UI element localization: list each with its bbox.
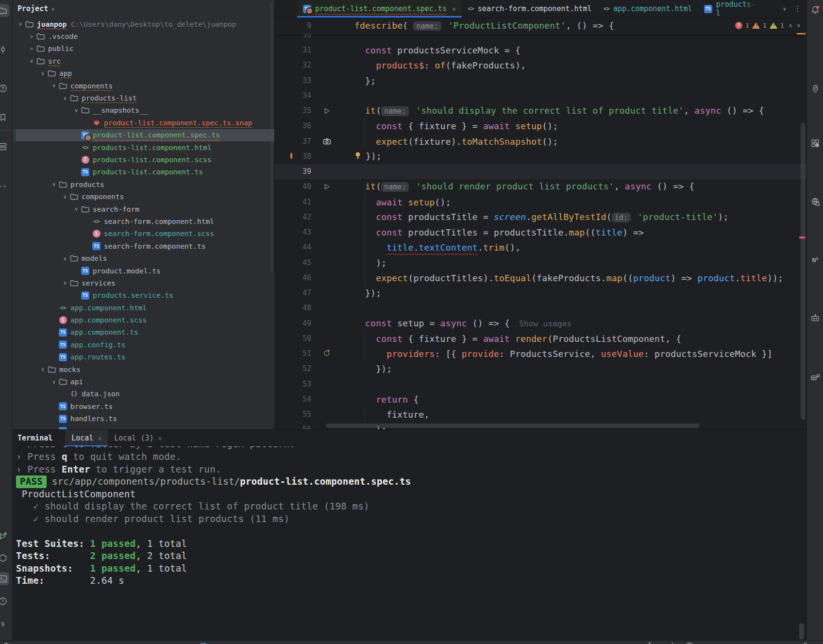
- code-analysis-shield-icon[interactable]: [686, 642, 693, 644]
- tree-folder-juanpop[interactable]: ∨juanpopC:\Users\dany\Desktop\to_delete\…: [12, 18, 274, 30]
- project-panel-header[interactable]: Project ∨: [12, 0, 274, 17]
- line-number[interactable]: 46: [275, 271, 311, 286]
- tree-file-app.routes.ts[interactable]: TSapp.routes.ts: [12, 351, 274, 363]
- line-number[interactable]: 55: [275, 407, 311, 422]
- editor-tab-product-list.component.spec.ts[interactable]: TSproduct-list.component.spec.ts✕: [297, 0, 462, 17]
- tree-file-app.component.scss[interactable]: Sapp.component.scss: [12, 314, 274, 326]
- badge-9-icon[interactable]: 9: [0, 618, 9, 631]
- tree-file-app.config.ts[interactable]: TSapp.config.ts: [12, 339, 274, 351]
- run-test-icon[interactable]: [324, 103, 330, 119]
- line-number[interactable]: 35: [275, 103, 311, 119]
- close-icon[interactable]: ✕: [452, 5, 456, 13]
- chevron-down-icon[interactable]: ∨: [27, 58, 36, 64]
- chevron-down-icon[interactable]: ∨: [50, 83, 58, 89]
- code-area[interactable]: 3031 const productsServiceMock = {32 pro…: [275, 0, 807, 429]
- line-number[interactable]: 41: [275, 195, 311, 210]
- tree-file-products.service.ts[interactable]: TSproducts.service.ts: [12, 289, 274, 302]
- tree-file-product.model.ts[interactable]: TSproduct.model.ts: [12, 265, 274, 277]
- chevron-down-icon[interactable]: ∨: [72, 206, 81, 212]
- editor-tab-app.component.html[interactable]: <>app.component.html: [598, 0, 698, 17]
- terminal-tab-Local (3)[interactable]: Local (3)✕: [108, 430, 168, 446]
- problem-badges[interactable]: !1!1!1∧∨: [735, 22, 807, 29]
- terminal-tab-Local[interactable]: Local✕: [65, 430, 108, 446]
- close-icon[interactable]: ✕: [98, 435, 101, 442]
- usages-hint[interactable]: Show usages: [519, 319, 571, 328]
- editor-tab-search-form.component.html[interactable]: <>search-form.component.html: [462, 0, 597, 17]
- chevron-down-icon[interactable]: ∨: [38, 366, 47, 373]
- close-icon[interactable]: ✕: [158, 435, 162, 442]
- line-number[interactable]: 50: [275, 331, 311, 346]
- tree-file-partial[interactable]: TS: [12, 425, 274, 429]
- line-number[interactable]: 36: [275, 119, 311, 134]
- build-hexagon-icon[interactable]: [0, 551, 9, 564]
- tree-file-products-list.component.scss[interactable]: Sproducts-list.component.scss: [12, 153, 274, 166]
- line-number[interactable]: 53: [275, 377, 311, 392]
- lock-icon[interactable]: [801, 642, 809, 644]
- prev-problem-chevron-icon[interactable]: ∧: [789, 22, 792, 29]
- tree-folder-__snapshots__[interactable]: ∨__snapshots__: [12, 104, 274, 117]
- rerun-update-icon[interactable]: [323, 346, 331, 361]
- line-number[interactable]: 52: [275, 361, 311, 376]
- tree-file-handlers.ts[interactable]: TShandlers.ts: [12, 413, 274, 425]
- tree-folder-src[interactable]: ∨src: [12, 55, 274, 67]
- chevron-right-icon[interactable]: >: [27, 34, 36, 40]
- next-problem-chevron-icon[interactable]: ∨: [797, 22, 800, 29]
- chevron-down-icon[interactable]: ∨: [61, 255, 69, 262]
- bookmark-icon[interactable]: [0, 111, 9, 124]
- tree-folder-components[interactable]: ∨components: [12, 80, 274, 92]
- tree-folder-app[interactable]: ∨app: [12, 68, 274, 80]
- editor-area[interactable]: TSproduct-list.component.spec.ts✕<>searc…: [274, 0, 807, 429]
- editor-horizontal-scrollbar[interactable]: [326, 424, 700, 428]
- line-number[interactable]: 33: [275, 73, 311, 88]
- tree-folder-products[interactable]: ∨products: [12, 178, 274, 190]
- commit-icon[interactable]: [0, 43, 9, 56]
- bell-icon[interactable]: [810, 5, 821, 16]
- chevron-down-icon[interactable]: ∨: [61, 194, 69, 200]
- tree-file-search-form.component.scss[interactable]: Ssearch-form.component.scss: [12, 228, 274, 240]
- robot-chat-icon[interactable]: [810, 372, 821, 383]
- snapshot-camera-icon[interactable]: [323, 134, 331, 149]
- line-number[interactable]: 42: [275, 210, 311, 225]
- tree-folder-services[interactable]: ∨services: [12, 277, 274, 289]
- n2-icon[interactable]: N≥: [810, 254, 821, 265]
- line-number[interactable]: 47: [275, 286, 311, 301]
- chevron-down-icon[interactable]: ∨: [72, 107, 81, 114]
- tree-file-search-form.component.html[interactable]: <>search-form.component.html: [12, 215, 274, 227]
- project-folder-icon[interactable]: [0, 4, 9, 17]
- tree-file-products-list.component.html[interactable]: <>products-list.component.html: [12, 141, 274, 153]
- robot-icon[interactable]: [645, 642, 655, 644]
- line-number[interactable]: 39: [275, 164, 311, 179]
- tree-file-search-form.component.ts[interactable]: TSsearch-form.component.ts: [12, 240, 274, 252]
- line-number[interactable]: 32: [275, 58, 311, 73]
- line-number[interactable]: 40: [275, 179, 311, 194]
- tree-file-app.component.html[interactable]: <>app.component.html: [12, 302, 274, 314]
- lightbulb-icon[interactable]: [354, 149, 366, 164]
- tree-folder-products-list[interactable]: ∨products-list: [12, 92, 274, 104]
- more-dots-icon[interactable]: ··: [0, 180, 9, 193]
- project-tree-scrollbar[interactable]: [270, 1, 273, 273]
- line-number[interactable]: 43: [275, 225, 311, 240]
- line-number[interactable]: 44: [275, 240, 311, 255]
- tree-file-products-list.component.ts[interactable]: TSproducts-list.component.ts: [12, 166, 274, 178]
- help-circle-icon[interactable]: [0, 82, 9, 95]
- readonly-pencil-icon[interactable]: [666, 642, 674, 644]
- ai-at-icon[interactable]: @: [810, 83, 821, 93]
- run-test-icon[interactable]: [324, 179, 330, 194]
- chevron-down-icon[interactable]: ∨: [61, 280, 69, 286]
- scrollbar-warning-mark[interactable]: [797, 33, 806, 34]
- chevron-right-icon[interactable]: >: [27, 46, 36, 52]
- chevron-down-icon[interactable]: ∨: [50, 379, 58, 385]
- tab-options-kebab-icon[interactable]: ⋮: [794, 4, 801, 13]
- line-number[interactable]: 34: [275, 88, 311, 103]
- tree-file-app.component.ts[interactable]: TSapp.component.ts: [12, 326, 274, 339]
- tree-folder-mocks[interactable]: ∨mocks: [12, 363, 274, 375]
- line-number[interactable]: 49: [275, 316, 311, 331]
- terminal-scrollbar[interactable]: [799, 623, 804, 640]
- terminal-icon[interactable]: [0, 572, 9, 585]
- tree-folder-api[interactable]: ∨api: [12, 375, 274, 388]
- line-number[interactable]: 45: [275, 255, 311, 271]
- line-number[interactable]: 56: [275, 422, 311, 429]
- problems-icon[interactable]: [0, 594, 9, 608]
- line-number[interactable]: 38: [275, 149, 311, 164]
- line-number[interactable]: 48: [275, 301, 311, 316]
